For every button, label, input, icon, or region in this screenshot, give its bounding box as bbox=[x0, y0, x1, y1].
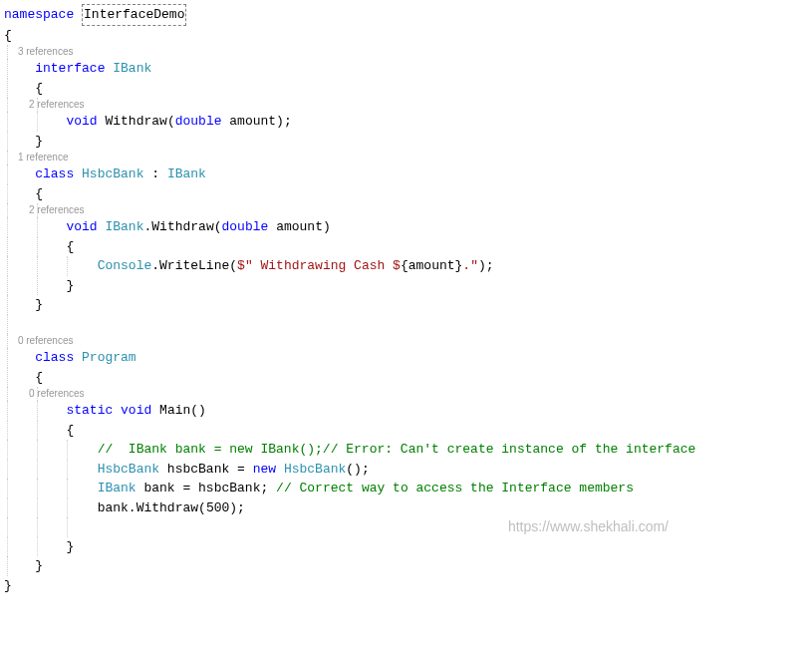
codelens[interactable]: 2 references bbox=[4, 203, 808, 217]
code-line: void IBank.Withdraw(double amount) bbox=[4, 217, 808, 237]
brace: } bbox=[4, 578, 12, 593]
code-editor: namespace InterfaceDemo { 3 references i… bbox=[4, 4, 808, 595]
code-line: { bbox=[4, 237, 808, 257]
codelens[interactable]: 2 references bbox=[4, 98, 808, 112]
code-line: } bbox=[4, 132, 808, 152]
method-withdraw: Withdraw bbox=[105, 114, 166, 129]
codelens[interactable]: 0 references bbox=[4, 334, 808, 348]
comment: // IBank bank = new IBank();// Error: Ca… bbox=[98, 442, 696, 457]
code-line: HsbcBank hsbcBank = new HsbcBank(); bbox=[4, 460, 808, 480]
type-console[interactable]: Console bbox=[98, 258, 152, 273]
code-line: { bbox=[4, 184, 808, 204]
type-hsbcbank[interactable]: HsbcBank bbox=[284, 462, 346, 477]
keyword-new: new bbox=[253, 462, 276, 477]
type-hsbcbank[interactable]: HsbcBank bbox=[82, 166, 143, 181]
keyword-interface: interface bbox=[35, 61, 105, 76]
keyword-class: class bbox=[35, 350, 74, 365]
code-line: } bbox=[4, 276, 808, 296]
type-ibank[interactable]: IBank bbox=[113, 61, 151, 76]
brace: { bbox=[35, 186, 43, 201]
keyword-class: class bbox=[35, 166, 74, 181]
brace: { bbox=[35, 370, 43, 385]
keyword-void: void bbox=[121, 403, 151, 418]
code-line: { bbox=[4, 368, 808, 388]
brace: { bbox=[4, 28, 12, 43]
brace: { bbox=[66, 239, 74, 254]
code-line: } bbox=[4, 537, 808, 557]
brace: } bbox=[35, 558, 43, 573]
blank-line bbox=[4, 517, 808, 537]
code-line: } bbox=[4, 295, 808, 315]
type-program[interactable]: Program bbox=[82, 350, 136, 365]
code-line: } bbox=[4, 556, 808, 576]
namespace-name[interactable]: InterfaceDemo bbox=[82, 4, 186, 26]
keyword-void: void bbox=[66, 219, 97, 234]
code-line: class Program bbox=[4, 348, 808, 368]
codelens[interactable]: 1 reference bbox=[4, 151, 808, 165]
keyword-void: void bbox=[66, 114, 97, 129]
method-main: Main bbox=[159, 403, 190, 418]
type-ibank[interactable]: IBank bbox=[105, 219, 143, 234]
code-line: { bbox=[4, 26, 808, 46]
code-line: // IBank bank = new IBank();// Error: Ca… bbox=[4, 440, 808, 460]
codelens[interactable]: 0 references bbox=[4, 387, 808, 401]
code-line: namespace InterfaceDemo bbox=[4, 4, 808, 26]
brace: } bbox=[35, 297, 43, 312]
code-line: Console.WriteLine($" Withdrawing Cash ${… bbox=[4, 256, 808, 276]
brace: } bbox=[35, 134, 43, 149]
code-line: { bbox=[4, 79, 808, 99]
comment: // Correct way to access the Interface m… bbox=[276, 481, 634, 495]
keyword-namespace: namespace bbox=[4, 7, 74, 22]
code-line: } bbox=[4, 576, 808, 596]
method-writeline: WriteLine bbox=[159, 258, 229, 273]
code-line: IBank bank = hsbcBank; // Correct way to… bbox=[4, 479, 808, 498]
code-line: void Withdraw(double amount); bbox=[4, 112, 808, 132]
type-hsbcbank[interactable]: HsbcBank bbox=[98, 462, 159, 477]
keyword-double: double bbox=[222, 219, 269, 234]
type-ibank[interactable]: IBank bbox=[98, 481, 136, 495]
type-ibank[interactable]: IBank bbox=[167, 166, 206, 181]
codelens[interactable]: 3 references bbox=[4, 45, 808, 59]
brace: } bbox=[66, 278, 74, 293]
method-withdraw: Withdraw bbox=[136, 500, 198, 515]
code-line: { bbox=[4, 421, 808, 441]
code-line: class HsbcBank : IBank bbox=[4, 165, 808, 184]
code-line: bank.Withdraw(500); bbox=[4, 498, 808, 518]
keyword-double: double bbox=[175, 114, 222, 129]
string: $" bbox=[237, 258, 253, 273]
brace: { bbox=[35, 81, 43, 96]
keyword-static: static bbox=[66, 403, 113, 418]
code-line: interface IBank bbox=[4, 59, 808, 79]
blank-line bbox=[4, 315, 808, 335]
method-withdraw: Withdraw bbox=[151, 219, 213, 234]
brace: } bbox=[66, 539, 74, 554]
code-line: static void Main() bbox=[4, 401, 808, 421]
brace: { bbox=[66, 423, 74, 438]
